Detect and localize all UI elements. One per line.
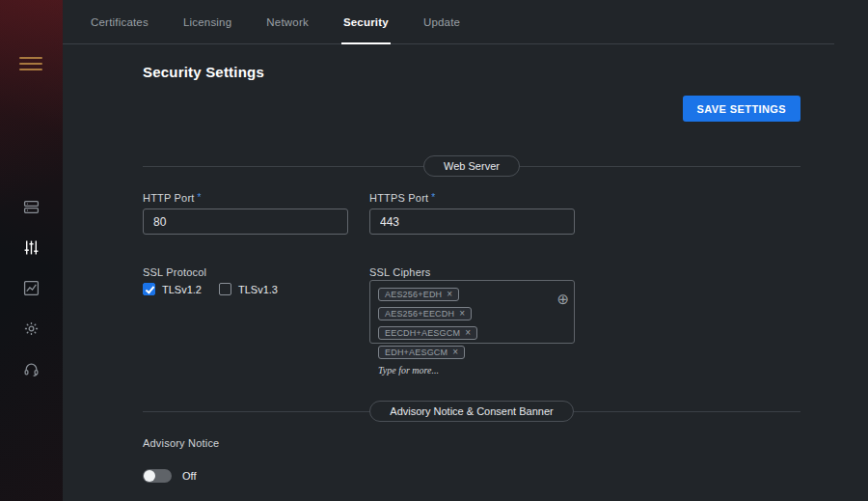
toggle-knob xyxy=(144,470,155,482)
advisory-toggle-row: Off xyxy=(143,469,196,483)
advisory-notice-label: Advisory Notice xyxy=(143,437,219,449)
tab-security[interactable]: Security xyxy=(341,0,391,43)
cipher-chip-list: AES256+EDH× AES256+EECDH× EECDH+AESGCM× … xyxy=(378,288,549,359)
advisory-toggle-state: Off xyxy=(182,470,196,482)
remove-chip-icon[interactable]: × xyxy=(447,290,452,299)
cipher-chip: AES256+EDH× xyxy=(378,288,459,301)
http-port-label: HTTP Port* xyxy=(143,192,202,204)
cipher-chip: AES256+EECDH× xyxy=(378,307,472,320)
tlsv13-label: TLSv1.3 xyxy=(238,284,278,295)
advisory-section-label: Advisory Notice & Consent Banner xyxy=(369,401,573,422)
tlsv12-label: TLSv1.2 xyxy=(162,284,202,295)
save-settings-button[interactable]: SAVE SETTINGS xyxy=(683,96,800,122)
remove-chip-icon[interactable]: × xyxy=(465,328,471,338)
checkbox-icon[interactable] xyxy=(219,283,231,295)
add-cipher-icon[interactable]: ⊕ xyxy=(556,292,569,306)
checkbox-icon[interactable] xyxy=(143,283,155,295)
page-title: Security Settings xyxy=(143,64,264,80)
ssl-ciphers-box[interactable]: AES256+EDH× AES256+EECDH× EECDH+AESGCM× … xyxy=(369,280,575,344)
tab-update[interactable]: Update xyxy=(421,0,462,43)
ssl-ciphers-label: SSL Ciphers xyxy=(369,266,431,278)
https-port-input[interactable] xyxy=(369,209,575,235)
support-headset-icon[interactable] xyxy=(23,360,41,377)
tlsv13-checkbox[interactable]: TLSv1.3 xyxy=(219,283,278,295)
tab-certificates[interactable]: Certificates xyxy=(89,0,150,43)
remove-chip-icon[interactable]: × xyxy=(459,309,465,319)
cipher-chip: EECDH+AESGCM× xyxy=(378,326,477,340)
https-port-label: HTTPS Port* xyxy=(369,192,435,204)
tab-licensing[interactable]: Licensing xyxy=(181,0,233,43)
cipher-chip: EDH+AESGCM× xyxy=(378,346,465,359)
web-server-section-divider: Web Server xyxy=(143,155,800,177)
remove-chip-icon[interactable]: × xyxy=(452,348,458,357)
advisory-section-divider: Advisory Notice & Consent Banner xyxy=(143,401,800,422)
tab-bar: Certificates Licensing Network Security … xyxy=(63,0,834,44)
tlsv12-checkbox[interactable]: TLSv1.2 xyxy=(143,283,202,295)
sidebar xyxy=(0,0,63,501)
tab-network[interactable]: Network xyxy=(264,0,311,43)
required-asterisk: * xyxy=(198,192,202,203)
web-server-section-label: Web Server xyxy=(423,155,520,177)
ssl-protocol-options: TLSv1.2 TLSv1.3 xyxy=(143,283,278,295)
http-port-input[interactable] xyxy=(143,209,348,235)
sidebar-nav xyxy=(0,198,63,377)
menu-icon[interactable] xyxy=(19,57,42,74)
system-gear-icon[interactable] xyxy=(23,320,41,337)
app-window: Certificates Licensing Network Security … xyxy=(0,0,868,501)
advisory-toggle[interactable] xyxy=(143,469,172,483)
required-asterisk: * xyxy=(431,192,435,203)
appliance-icon[interactable] xyxy=(23,198,41,215)
reports-chart-icon[interactable] xyxy=(23,279,41,296)
cipher-type-more-input[interactable] xyxy=(378,365,532,376)
ssl-protocol-label: SSL Protocol xyxy=(143,266,206,278)
settings-sliders-icon[interactable] xyxy=(23,238,41,256)
